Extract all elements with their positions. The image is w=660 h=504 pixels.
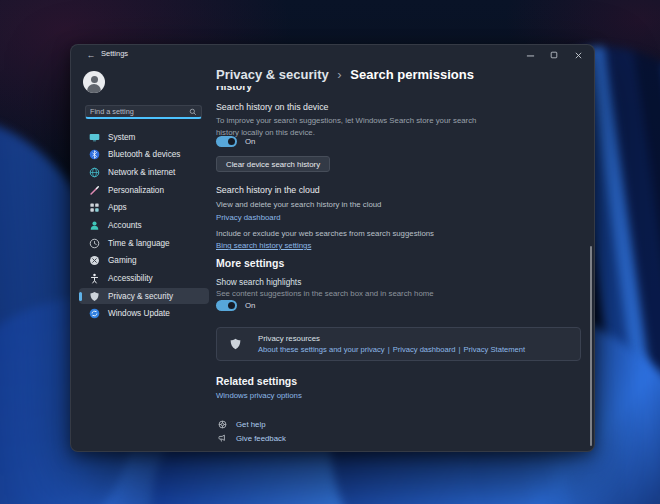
- more-settings-heading: More settings: [216, 257, 284, 269]
- sidebar-item-label: Accessibility: [108, 274, 153, 283]
- sidebar-item-gaming[interactable]: Gaming: [79, 253, 209, 269]
- device-history-toggle[interactable]: [216, 136, 237, 147]
- sidebar-item-label: Gaming: [108, 256, 137, 265]
- minimize-icon: [526, 51, 535, 60]
- close-button[interactable]: [572, 49, 584, 61]
- search-input[interactable]: [90, 107, 189, 116]
- search-highlights-title: Show search highlights: [216, 277, 301, 287]
- apps-icon: [89, 202, 100, 213]
- update-icon: [89, 308, 100, 319]
- sidebar-item-accounts[interactable]: Accounts: [79, 217, 209, 233]
- sidebar-item-accessibility[interactable]: Accessibility: [79, 271, 209, 287]
- scrollbar-thumb[interactable]: [590, 246, 592, 446]
- sidebar-item-windows-update[interactable]: Windows Update: [79, 306, 209, 322]
- breadcrumb: Privacy & security › Search permissions: [216, 67, 474, 82]
- cloud-history-title: Search history in the cloud: [216, 185, 320, 195]
- toggle-state-label: On: [245, 301, 255, 310]
- privacy-resources-title: Privacy resources: [258, 334, 525, 343]
- get-help-row[interactable]: Get help: [218, 420, 265, 429]
- personalization-icon: [89, 185, 100, 196]
- sidebar-item-label: Windows Update: [108, 309, 170, 318]
- get-help-icon: [218, 420, 227, 429]
- toggle-state-label: On: [245, 137, 255, 146]
- sidebar-item-label: Privacy & security: [108, 292, 173, 301]
- device-history-description: To improve your search suggestions, let …: [216, 115, 494, 138]
- sidebar-nav: System Bluetooth & devices Network & int…: [79, 129, 209, 324]
- back-button[interactable]: ←: [84, 48, 98, 62]
- avatar-person-icon: [91, 76, 98, 83]
- give-feedback-row[interactable]: Give feedback: [218, 434, 286, 443]
- maximize-button[interactable]: [548, 49, 560, 61]
- give-feedback-icon: [218, 434, 227, 443]
- search-highlights-description: See content suggestions in the search bo…: [216, 288, 434, 300]
- sidebar-item-bluetooth[interactable]: Bluetooth & devices: [79, 147, 209, 163]
- system-icon: [89, 132, 100, 143]
- related-settings-heading: Related settings: [216, 375, 297, 387]
- breadcrumb-separator-icon: ›: [337, 67, 341, 82]
- maximize-icon: [550, 51, 558, 59]
- toggle-knob: [228, 302, 235, 309]
- privacy-dashboard-link[interactable]: Privacy dashboard: [393, 345, 456, 354]
- toggle-knob: [228, 138, 235, 145]
- device-history-toggle-row: On: [216, 136, 255, 147]
- sidebar-item-system[interactable]: System: [79, 129, 209, 145]
- include-exclude-text: Include or exclude your web searches fro…: [216, 229, 434, 238]
- bluetooth-icon: [89, 149, 100, 160]
- get-help-label: Get help: [236, 420, 265, 429]
- sidebar-item-time-language[interactable]: Time & language: [79, 235, 209, 251]
- search-box[interactable]: [85, 105, 202, 119]
- clear-device-search-history-button[interactable]: Clear device search history: [216, 156, 330, 172]
- sidebar-item-network[interactable]: Network & internet: [79, 164, 209, 180]
- gaming-icon: [89, 255, 100, 266]
- device-history-title: Search history on this device: [216, 102, 328, 112]
- sidebar-item-label: Network & internet: [108, 168, 175, 177]
- breadcrumb-parent[interactable]: Privacy & security: [216, 67, 329, 82]
- titlebar[interactable]: ← Settings: [71, 45, 594, 65]
- about-settings-privacy-link[interactable]: About these settings and your privacy: [258, 345, 385, 354]
- accounts-icon: [89, 220, 100, 231]
- shield-icon: [89, 291, 100, 302]
- cloud-history-view-delete-text: View and delete your search history in t…: [216, 200, 381, 209]
- settings-window: ← Settings: [70, 44, 595, 452]
- sidebar-item-label: Time & language: [108, 239, 170, 248]
- sidebar-item-privacy-security[interactable]: Privacy & security: [79, 288, 209, 304]
- page-title: Search permissions: [350, 67, 474, 82]
- privacy-resources-card: Privacy resources About these settings a…: [216, 327, 581, 361]
- sidebar-item-label: Apps: [108, 203, 127, 212]
- give-feedback-label: Give feedback: [236, 434, 286, 443]
- clock-icon: [89, 238, 100, 249]
- window-title: Settings: [101, 49, 128, 58]
- sidebar-item-label: Accounts: [108, 221, 142, 230]
- search-icon[interactable]: [189, 108, 197, 116]
- sidebar-item-apps[interactable]: Apps: [79, 200, 209, 216]
- search-highlights-toggle[interactable]: [216, 300, 237, 311]
- desktop: ← Settings: [0, 0, 660, 504]
- minimize-button[interactable]: [524, 49, 536, 61]
- avatar[interactable]: [83, 71, 105, 93]
- bing-search-history-settings-link[interactable]: Bing search history settings: [216, 241, 311, 250]
- sidebar-item-label: Personalization: [108, 186, 164, 195]
- windows-privacy-options-link[interactable]: Windows privacy options: [216, 391, 302, 400]
- accessibility-icon: [89, 273, 100, 284]
- privacy-dashboard-link[interactable]: Privacy dashboard: [216, 213, 281, 222]
- back-arrow-icon: ←: [87, 50, 96, 60]
- sidebar-item-label: System: [108, 133, 135, 142]
- network-icon: [89, 167, 100, 178]
- sidebar-item-personalization[interactable]: Personalization: [79, 182, 209, 198]
- sidebar-item-label: Bluetooth & devices: [108, 150, 180, 159]
- privacy-statement-link[interactable]: Privacy Statement: [464, 345, 526, 354]
- privacy-shield-icon: [229, 337, 242, 351]
- clipped-section-heading: History: [216, 86, 416, 95]
- close-icon: [574, 51, 583, 60]
- search-highlights-toggle-row: On: [216, 300, 255, 311]
